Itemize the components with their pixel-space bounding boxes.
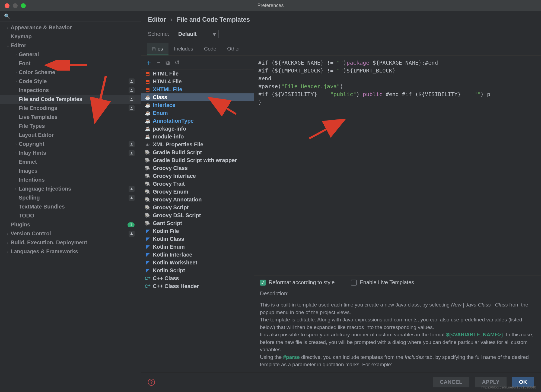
template-item-groovy-script[interactable]: 🐘Groovy Script: [141, 204, 254, 211]
tree-item-languages-frameworks[interactable]: ›Languages & Frameworks: [0, 247, 141, 256]
template-item-xhtml-file[interactable]: ⬒XHTML File: [141, 86, 254, 93]
scheme-label: Scheme:: [148, 31, 169, 37]
tree-item-images[interactable]: Images: [0, 166, 141, 175]
java-icon: ☕: [145, 94, 151, 100]
tree-item-font[interactable]: Font: [0, 59, 141, 68]
cancel-button[interactable]: CANCEL: [433, 377, 469, 387]
groovy-icon: 🐘: [145, 173, 151, 179]
template-code-editor[interactable]: #if (${PACKAGE_NAME} != "")package ${PAC…: [254, 56, 541, 276]
tree-item-live-templates[interactable]: Live Templates: [0, 113, 141, 122]
remove-template-button[interactable]: −: [157, 59, 161, 66]
template-item-kotlin-worksheet[interactable]: ◤Kotlin Worksheet: [141, 259, 254, 267]
template-item-gant-script[interactable]: 🐘Gant Script: [141, 219, 254, 227]
tree-item-keymap[interactable]: Keymap: [0, 32, 141, 41]
chevron-icon: ›: [5, 249, 11, 254]
tree-item-file-encodings[interactable]: File Encodings: [0, 104, 141, 113]
java-icon: ☕: [145, 110, 151, 116]
kotlin-icon: ◤: [145, 244, 151, 250]
template-list: ⬒HTML File⬒HTML4 File⬒XHTML File☕Class☕I…: [141, 70, 254, 372]
template-item-groovy-enum[interactable]: 🐘Groovy Enum: [141, 188, 254, 196]
tree-item-editor[interactable]: ⌄Editor: [0, 41, 141, 50]
chevron-icon: ›: [5, 241, 11, 245]
tree-item-todo[interactable]: TODO: [0, 211, 141, 220]
template-item-gradle-build-script-with-wrapper[interactable]: 🐘Gradle Build Script with wrapper: [141, 156, 254, 164]
tree-item-inspections[interactable]: Inspections: [0, 86, 141, 95]
checkbox-unchecked-icon: [351, 280, 357, 286]
html5-icon: ⬒: [145, 71, 151, 77]
chevron-icon: ›: [13, 151, 19, 155]
template-item-kotlin-interface[interactable]: ◤Kotlin Interface: [141, 251, 254, 259]
template-item-groovy-annotation[interactable]: 🐘Groovy Annotation: [141, 196, 254, 204]
window-close-button[interactable]: [5, 3, 9, 8]
template-item-c-class[interactable]: C⁺C++ Class: [141, 274, 254, 282]
tree-item-spelling[interactable]: Spelling: [0, 193, 141, 202]
chevron-icon: ⌄: [5, 43, 11, 48]
count-badge: 1: [128, 222, 135, 227]
tab-files[interactable]: Files: [147, 43, 168, 55]
tree-item-file-types[interactable]: File Types: [0, 122, 141, 131]
tree-item-inlay-hints[interactable]: ›Inlay Hints: [0, 148, 141, 157]
copy-template-button[interactable]: ⧉: [166, 59, 170, 66]
live-templates-checkbox[interactable]: Enable Live Templates: [351, 279, 414, 286]
template-item-kotlin-enum[interactable]: ◤Kotlin Enum: [141, 243, 254, 251]
breadcrumb-root[interactable]: Editor: [148, 16, 166, 23]
template-item-kotlin-script[interactable]: ◤Kotlin Script: [141, 267, 254, 274]
chevron-icon: ›: [13, 187, 19, 191]
tree-item-layout-editor[interactable]: Layout Editor: [0, 131, 141, 140]
template-item-xml-properties-file[interactable]: ‹/›XML Properties File: [141, 141, 254, 148]
template-item-kotlin-class[interactable]: ◤Kotlin Class: [141, 235, 254, 243]
template-item-kotlin-file[interactable]: ◤Kotlin File: [141, 227, 254, 235]
reformat-checkbox[interactable]: ✓ Reformat according to style: [260, 279, 335, 286]
tab-other[interactable]: Other: [222, 43, 246, 55]
template-item-enum[interactable]: ☕Enum: [141, 109, 254, 117]
scheme-select[interactable]: Default ▾: [175, 30, 219, 38]
template-item-interface[interactable]: ☕Interface: [141, 101, 254, 109]
tab-includes[interactable]: Includes: [168, 43, 199, 55]
tree-item-version-control[interactable]: ›Version Control: [0, 229, 141, 238]
project-scope-icon: [129, 105, 135, 111]
tree-item-color-scheme[interactable]: ›Color Scheme: [0, 68, 141, 77]
add-template-button[interactable]: ＋: [145, 58, 152, 67]
kotlin-icon: ◤: [145, 268, 151, 273]
tree-item-language-injections[interactable]: ›Language Injections: [0, 184, 141, 193]
template-item-html4-file[interactable]: ⬒HTML4 File: [141, 78, 254, 86]
reset-template-button[interactable]: ↺: [175, 59, 180, 66]
template-item-groovy-class[interactable]: 🐘Groovy Class: [141, 164, 254, 172]
tree-item-plugins[interactable]: Plugins1: [0, 220, 141, 229]
groovy-icon: 🐘: [145, 165, 151, 171]
template-item-html-file[interactable]: ⬒HTML File: [141, 70, 254, 78]
template-item-gradle-build-script[interactable]: 🐘Gradle Build Script: [141, 148, 254, 156]
tree-item-file-and-code-templates[interactable]: File and Code Templates: [0, 95, 141, 104]
tree-item-code-style[interactable]: ›Code Style: [0, 77, 141, 86]
template-item-package-info[interactable]: ☕package-info: [141, 125, 254, 133]
checkbox-checked-icon: ✓: [260, 280, 266, 286]
tree-item-textmate-bundles[interactable]: TextMate Bundles: [0, 202, 141, 211]
tree-item-emmet[interactable]: Emmet: [0, 157, 141, 166]
template-item-groovy-trait[interactable]: 🐘Groovy Trait: [141, 180, 254, 188]
tab-code[interactable]: Code: [199, 43, 222, 55]
window-title: Preferences: [257, 3, 284, 8]
tree-item-intentions[interactable]: Intentions: [0, 175, 141, 184]
java-icon: ☕: [145, 126, 151, 132]
project-scope-icon: [129, 87, 135, 93]
groovy-icon: 🐘: [145, 197, 151, 203]
project-scope-icon: [129, 96, 135, 102]
help-icon[interactable]: ?: [148, 379, 155, 386]
template-item-class[interactable]: ☕Class: [141, 93, 254, 101]
tree-item-appearance-behavior[interactable]: ›Appearance & Behavior: [0, 23, 141, 32]
settings-tree: ›Appearance & BehaviorKeymap⌄Editor›Gene…: [0, 21, 141, 392]
html5-icon: ⬒: [145, 87, 151, 92]
template-item-groovy-dsl-script[interactable]: 🐘Groovy DSL Script: [141, 211, 254, 219]
search-input[interactable]: [4, 13, 137, 19]
project-scope-icon: [129, 195, 135, 201]
template-item-c-class-header[interactable]: C⁺C++ Class Header: [141, 282, 254, 290]
window-zoom-button[interactable]: [21, 3, 26, 8]
tree-item-general[interactable]: ›General: [0, 50, 141, 59]
tree-item-build-execution-deployment[interactable]: ›Build, Execution, Deployment: [0, 238, 141, 247]
template-item-groovy-interface[interactable]: 🐘Groovy Interface: [141, 172, 254, 180]
tree-item-copyright[interactable]: ›Copyright: [0, 140, 141, 148]
template-item-annotationtype[interactable]: ☕AnnotationType: [141, 117, 254, 125]
template-item-module-info[interactable]: ☕module-info: [141, 133, 254, 141]
window-minimize-button[interactable]: [13, 3, 18, 8]
chevron-down-icon: ▾: [213, 31, 216, 37]
